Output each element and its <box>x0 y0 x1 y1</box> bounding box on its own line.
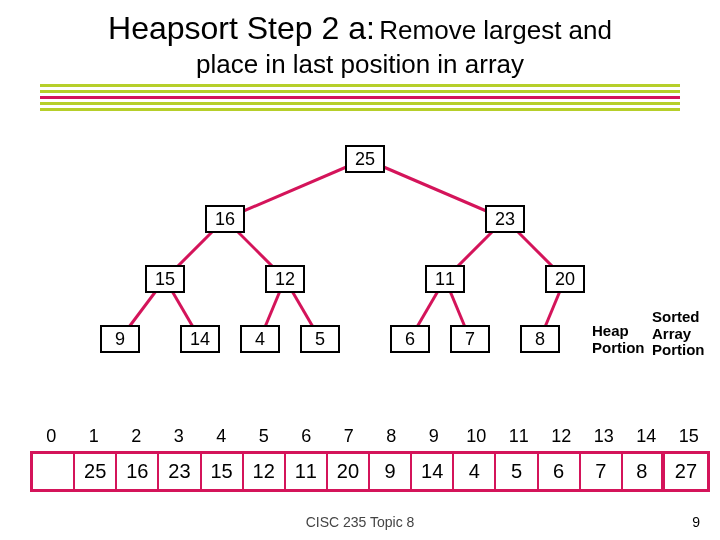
legend-sorted-l2: Array <box>652 326 705 343</box>
legend-heap-l2: Portion <box>592 340 645 357</box>
cell-10: 4 <box>454 454 496 489</box>
tree-node-5: 11 <box>425 265 465 293</box>
footer-text: CISC 235 Topic 8 <box>0 514 720 530</box>
tree-node-1: 16 <box>205 205 245 233</box>
idx-11: 11 <box>498 426 541 447</box>
array-index-row: 0 1 2 3 4 5 6 7 8 9 10 11 12 13 14 15 <box>30 426 710 447</box>
heap-tree: 25 16 23 15 12 11 20 9 14 4 5 6 7 8 Heap… <box>0 129 720 389</box>
legend-sorted-l1: Sorted <box>652 309 705 326</box>
cell-6: 11 <box>286 454 328 489</box>
idx-6: 6 <box>285 426 328 447</box>
idx-1: 1 <box>73 426 116 447</box>
tree-node-10: 5 <box>300 325 340 353</box>
cell-13: 7 <box>581 454 623 489</box>
svg-line-0 <box>225 159 365 219</box>
tree-node-4: 12 <box>265 265 305 293</box>
tree-node-12: 7 <box>450 325 490 353</box>
svg-line-1 <box>365 159 505 219</box>
cell-4: 15 <box>202 454 244 489</box>
slide-title: Heapsort Step 2 a: Remove largest and pl… <box>0 0 720 84</box>
tree-node-11: 6 <box>390 325 430 353</box>
cell-15: 27 <box>665 454 707 489</box>
array-area: 0 1 2 3 4 5 6 7 8 9 10 11 12 13 14 15 25… <box>30 426 710 492</box>
idx-14: 14 <box>625 426 668 447</box>
idx-15: 15 <box>668 426 711 447</box>
cell-7: 20 <box>328 454 370 489</box>
page-number: 9 <box>692 514 700 530</box>
title-line2: place in last position in array <box>20 49 700 80</box>
cell-2: 16 <box>117 454 159 489</box>
cell-12: 6 <box>539 454 581 489</box>
cell-8: 9 <box>370 454 412 489</box>
idx-13: 13 <box>583 426 626 447</box>
cell-0 <box>33 454 75 489</box>
tree-node-2: 23 <box>485 205 525 233</box>
legend-sorted: Sorted Array Portion <box>652 309 705 359</box>
title-rules <box>40 84 680 111</box>
tree-node-6: 20 <box>545 265 585 293</box>
tree-node-8: 14 <box>180 325 220 353</box>
tree-node-13: 8 <box>520 325 560 353</box>
idx-0: 0 <box>30 426 73 447</box>
idx-3: 3 <box>158 426 201 447</box>
tree-node-3: 15 <box>145 265 185 293</box>
idx-10: 10 <box>455 426 498 447</box>
cell-5: 12 <box>244 454 286 489</box>
array-row: 25 16 23 15 12 11 20 9 14 4 5 6 7 8 27 <box>30 451 710 492</box>
cell-9: 14 <box>412 454 454 489</box>
idx-8: 8 <box>370 426 413 447</box>
idx-5: 5 <box>243 426 286 447</box>
cell-3: 23 <box>159 454 201 489</box>
legend-heap: Heap Portion <box>592 323 645 356</box>
legend-heap-l1: Heap <box>592 323 645 340</box>
idx-7: 7 <box>328 426 371 447</box>
title-sub: Remove largest and <box>379 15 612 45</box>
tree-node-0: 25 <box>345 145 385 173</box>
tree-node-7: 9 <box>100 325 140 353</box>
legend-sorted-l3: Portion <box>652 342 705 359</box>
cell-14: 8 <box>623 454 665 489</box>
cell-1: 25 <box>75 454 117 489</box>
cell-11: 5 <box>496 454 538 489</box>
tree-node-9: 4 <box>240 325 280 353</box>
title-main: Heapsort Step 2 a: <box>108 10 375 46</box>
idx-2: 2 <box>115 426 158 447</box>
idx-12: 12 <box>540 426 583 447</box>
idx-9: 9 <box>413 426 456 447</box>
idx-4: 4 <box>200 426 243 447</box>
